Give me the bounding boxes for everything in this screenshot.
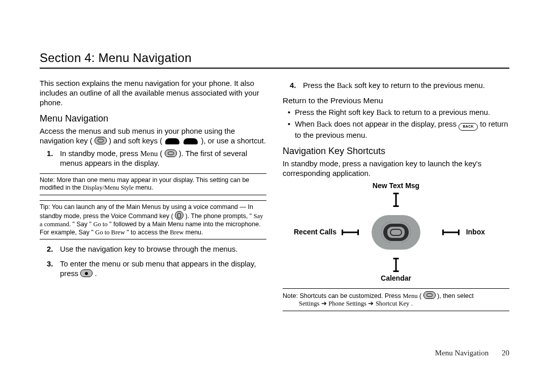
text: Use the navigation key to browse through… [60, 245, 238, 253]
step-4: Press the Back soft key to return to the… [290, 81, 509, 91]
nav-pad-icon [372, 215, 420, 250]
text: ) and soft keys ( [109, 137, 162, 145]
tip-block: Tip: You can launch any of the Main Menu… [40, 200, 266, 240]
text: ), or use a shortcut. [201, 137, 266, 145]
arrow-icon: ➔ [368, 300, 375, 307]
heading-nav-shortcuts: Navigation Key Shortcuts [283, 145, 509, 157]
text: ), then select [437, 292, 474, 299]
text: " Say " [73, 221, 92, 228]
arrow-icon: ➔ [321, 300, 328, 307]
connector-down [395, 258, 397, 272]
right-softkey-icon [184, 138, 198, 144]
text: Press the Right soft key [295, 108, 376, 116]
note-label: Note: [283, 292, 298, 299]
page-footer: Menu Navigation 20 [435, 349, 509, 357]
path-phone-settings: Phone Settings [328, 300, 367, 307]
nav-pad-center [386, 225, 406, 239]
left-softkey-icon [165, 138, 179, 144]
text: . [95, 269, 97, 278]
shortcut-up-label: New Text Msg [373, 182, 419, 191]
note-block-1: Note: More than one menu may appear in y… [40, 173, 266, 195]
text: Press the [303, 81, 337, 89]
text: ). The phone prompts, " [186, 213, 252, 220]
return-bullet-2: When Back does not appear in the display… [288, 119, 509, 140]
two-column-layout: This section explains the menu navigatio… [40, 79, 509, 316]
go-to-brew: Go to Brew [95, 229, 125, 236]
step-1: In standby mode, press Menu ( ). The fir… [47, 149, 266, 168]
nav-key-icon [95, 137, 107, 144]
back-label: Back [317, 120, 332, 128]
steps-list-right: Press the Back soft key to return to the… [290, 81, 509, 91]
shortcut-down-label: Calendar [381, 274, 411, 283]
back-label: Back [376, 108, 391, 116]
text: When [295, 120, 317, 128]
return-bullets: Press the Right soft key Back to return … [288, 108, 509, 140]
shortcut-right-label: Inbox [466, 228, 485, 237]
settings-path: Settings ➔ Phone Settings ➔ Shortcut Key… [283, 300, 509, 308]
steps-list: In standby mode, press Menu ( ). The fir… [47, 149, 266, 168]
text: menu. [136, 184, 154, 191]
nav-key-diagram: New Text Msg Recent Calls Inbox Calendar [283, 182, 509, 283]
return-bullet-1: Press the Right soft key Back to return … [288, 108, 509, 117]
text: menu. [186, 229, 203, 236]
shortcuts-paragraph: In standby mode, press a navigation key … [283, 159, 509, 178]
intro-paragraph: This section explains the menu navigatio… [40, 79, 266, 108]
steps-list-cont: Use the navigation key to browse through… [47, 245, 266, 279]
connector-up [395, 193, 397, 207]
path-shortcut-key: Shortcut Key [376, 300, 409, 307]
text: ( [419, 292, 421, 299]
nav-key-icon [423, 291, 436, 299]
section-title: Section 4: Menu Navigation [40, 51, 509, 69]
text: ( [160, 149, 163, 158]
text: to return to a previous menu. [394, 108, 490, 116]
back-key-icon: BACK [459, 123, 478, 131]
text: . [411, 300, 413, 307]
right-column: Press the Back soft key to return to the… [283, 79, 509, 316]
connector-left [342, 231, 359, 233]
menu-label: Menu [140, 149, 158, 158]
step-2: Use the navigation key to browse through… [47, 245, 266, 254]
footer-title: Menu Navigation [435, 349, 489, 357]
voice-command-key-icon [175, 211, 184, 220]
page-number: 20 [502, 349, 509, 357]
menu-label: Menu [403, 292, 417, 299]
text: Shortcuts can be customized. Press [299, 292, 403, 299]
step-3: To enter the menu or sub menu that appea… [47, 259, 266, 279]
center-select-key-icon [80, 269, 93, 277]
go-to: Go to [93, 221, 107, 228]
brew: Brew [170, 229, 184, 236]
back-label: Back [337, 81, 352, 89]
text: does not appear in the display, press [334, 120, 459, 128]
text: " to access the [127, 229, 170, 236]
nav-key-icon [165, 149, 177, 157]
heading-return-previous: Return to the Previous Menu [283, 96, 509, 106]
heading-menu-navigation: Menu Navigation [40, 113, 266, 125]
display-menu-style: Display/Menu Style [83, 184, 134, 191]
access-paragraph: Access the menus and sub menus in your p… [40, 127, 266, 146]
text: soft key to return to the previous menu. [354, 81, 485, 89]
note-block-2: Note: Shortcuts can be customized. Press… [283, 288, 509, 311]
tip-label: Tip: [40, 203, 50, 210]
connector-right [442, 231, 460, 233]
text: In standby mode, press [60, 149, 140, 158]
manual-page: Section 4: Menu Navigation This section … [0, 0, 549, 392]
left-column: This section explains the menu navigatio… [40, 79, 266, 316]
shortcut-left-label: Recent Calls [294, 228, 337, 237]
note-label: Note: [40, 176, 55, 184]
path-settings: Settings [299, 300, 319, 307]
